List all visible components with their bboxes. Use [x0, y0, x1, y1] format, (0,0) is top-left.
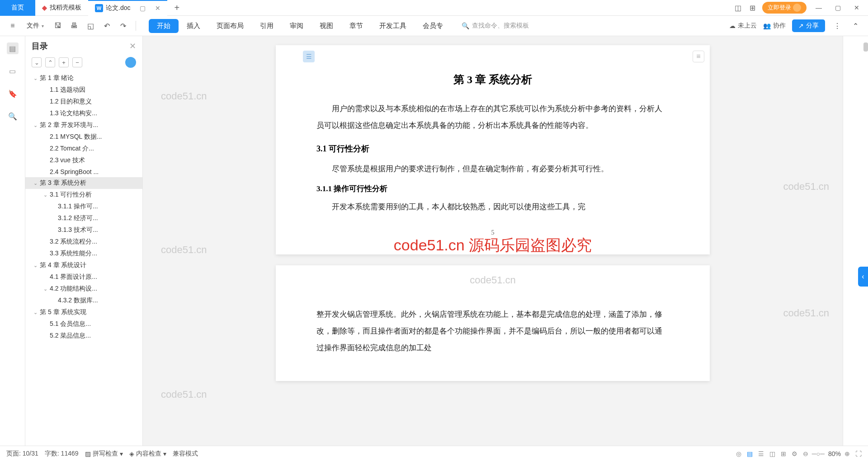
- outline-item[interactable]: 4.1 界面设计原...: [25, 271, 142, 283]
- document-area[interactable]: code51.cn code51.cn code51.cn code51.cn …: [143, 36, 843, 446]
- zoom-out-icon[interactable]: ⊖: [803, 450, 808, 457]
- ribbon-chapter[interactable]: 章节: [341, 19, 371, 33]
- minimize-button[interactable]: —: [812, 3, 826, 13]
- status-content-check[interactable]: ◈ 内容检查 ▾: [129, 450, 166, 458]
- outline-item[interactable]: ⌄第 3 章 系统分析: [25, 177, 142, 189]
- view-tools-icon[interactable]: ⚙: [792, 450, 797, 457]
- outline-item[interactable]: 5.1 会员信息...: [25, 318, 142, 330]
- view-read-icon[interactable]: ◫: [769, 450, 775, 457]
- outline-item[interactable]: 3.1.3 技术可...: [25, 224, 142, 236]
- outline-item[interactable]: ⌄3.1 可行性分析: [25, 189, 142, 201]
- zoom-level[interactable]: 80%: [828, 450, 841, 457]
- ribbon-view[interactable]: 视图: [311, 19, 341, 33]
- divider: [136, 21, 136, 31]
- outline-item[interactable]: 3.3 系统性能分...: [25, 248, 142, 259]
- tab-templates[interactable]: ◆ 找稻壳模板: [35, 0, 88, 16]
- zoom-slider[interactable]: ─○─: [812, 450, 825, 457]
- outline-item[interactable]: 3.1.2 经济可...: [25, 212, 142, 224]
- rail-docs-icon[interactable]: ▭: [7, 65, 19, 77]
- layout-icon[interactable]: ◫: [733, 3, 742, 12]
- ribbon-devtools[interactable]: 开发工具: [371, 19, 415, 33]
- split-icon[interactable]: ▢: [140, 5, 146, 12]
- add-tab-button[interactable]: +: [167, 3, 186, 13]
- avatar-icon: [793, 4, 801, 12]
- side-panel-handle[interactable]: ‹: [858, 267, 868, 287]
- page-5: ☰ ≡ 第 3 章 系统分析 用户的需求以及与本系统相似的在市场上存在的其它系统…: [276, 45, 710, 254]
- view-outline-icon[interactable]: ☰: [758, 450, 764, 457]
- tab-document[interactable]: W 论文.doc ▢ ✕: [88, 0, 167, 16]
- view-page-icon[interactable]: ▤: [747, 450, 753, 457]
- outline-sync-icon[interactable]: [125, 57, 136, 68]
- outline-item[interactable]: 2.3 vue 技术: [25, 155, 142, 166]
- fullscreen-icon[interactable]: ⛶: [855, 450, 862, 457]
- login-button[interactable]: 立即登录: [762, 2, 807, 14]
- outline-item[interactable]: ⌄第 2 章 开发环境与...: [25, 119, 142, 131]
- ribbon-layout[interactable]: 页面布局: [208, 19, 252, 33]
- close-window-button[interactable]: ✕: [850, 3, 863, 13]
- status-words[interactable]: 字数: 11469: [45, 450, 79, 458]
- status-page[interactable]: 页面: 10/31: [6, 450, 38, 458]
- more-icon[interactable]: ⋮: [831, 20, 843, 32]
- outline-item[interactable]: 2.1 MYSQL 数据...: [25, 131, 142, 143]
- outline-item[interactable]: ⌄第 4 章 系统设计: [25, 259, 142, 271]
- cloud-status[interactable]: ☁未上云: [729, 22, 757, 30]
- outline-item[interactable]: 1.3 论文结构安...: [25, 108, 142, 119]
- ribbon-vip[interactable]: 会员专: [415, 19, 451, 33]
- status-spellcheck[interactable]: ▨ 拼写检查 ▾: [85, 450, 123, 458]
- view-web-icon[interactable]: ⊞: [781, 450, 786, 457]
- tab-home[interactable]: 首页: [0, 0, 35, 16]
- preview-icon[interactable]: ◱: [85, 20, 96, 32]
- paragraph: 整开发火锅店管理系统。此外，火锅店管理系统在功能上，基本都是完成信息的处理，涵盖…: [316, 306, 669, 357]
- outline-add[interactable]: +: [59, 57, 69, 67]
- share-button[interactable]: ↗分享: [792, 19, 825, 32]
- page-marker-icon[interactable]: ☰: [303, 51, 315, 62]
- ribbon-insert[interactable]: 插入: [179, 19, 208, 33]
- search-icon: 🔍: [462, 22, 469, 29]
- outline-collapse-all[interactable]: ⌄: [32, 57, 42, 67]
- close-tab-icon[interactable]: ✕: [155, 5, 160, 12]
- page-number: 5: [316, 229, 669, 236]
- ribbon-review[interactable]: 审阅: [282, 19, 311, 33]
- cloud-icon: ☁: [729, 22, 736, 29]
- template-icon: ◆: [42, 4, 47, 11]
- outline-item[interactable]: ⌄第 5 章 系统实现: [25, 306, 142, 318]
- undo-icon[interactable]: ↶: [101, 20, 113, 32]
- redo-icon[interactable]: ↷: [117, 20, 129, 32]
- outline-item[interactable]: ⌄第 1 章 绪论: [25, 72, 142, 84]
- save-icon[interactable]: 🖫: [52, 20, 64, 32]
- eye-icon[interactable]: ◎: [736, 450, 741, 457]
- outline-item[interactable]: 2.4 SpringBoot ...: [25, 166, 142, 177]
- collapse-ribbon-icon[interactable]: ⌃: [849, 20, 861, 32]
- outline-close-icon[interactable]: ✕: [129, 41, 136, 51]
- ribbon-references[interactable]: 引用: [252, 19, 282, 33]
- outline-remove[interactable]: −: [72, 57, 82, 67]
- zoom-in-icon[interactable]: ⊕: [844, 450, 850, 457]
- outline-item[interactable]: 5.2 菜品信息...: [25, 330, 142, 342]
- outline-tree: ⌄第 1 章 绪论1.1 选题动因1.2 目的和意义1.3 论文结构安...⌄第…: [25, 71, 142, 446]
- rail-outline-icon[interactable]: ▤: [7, 42, 19, 54]
- share-icon: ↗: [798, 22, 804, 29]
- doc-icon: W: [95, 4, 103, 12]
- file-menu[interactable]: 文件 ▾: [23, 20, 47, 32]
- scrollbar-handle[interactable]: [863, 42, 868, 52]
- command-search[interactable]: 🔍 查找命令、搜索模板: [462, 22, 726, 30]
- outline-item[interactable]: 1.2 目的和意义: [25, 96, 142, 108]
- hamburger-icon[interactable]: ≡: [7, 20, 19, 32]
- page-menu-icon[interactable]: ≡: [693, 51, 704, 62]
- ribbon-start[interactable]: 开始: [149, 19, 179, 33]
- rail-bookmark-icon[interactable]: 🔖: [7, 88, 19, 99]
- outline-item[interactable]: 3.2 系统流程分...: [25, 236, 142, 248]
- collab-button[interactable]: 👥协作: [763, 22, 786, 30]
- outline-item[interactable]: 1.1 选题动因: [25, 84, 142, 96]
- outline-item[interactable]: ⌄4.2 功能结构设...: [25, 283, 142, 295]
- outline-item[interactable]: 2.2 Tomcat 介...: [25, 143, 142, 155]
- outline-item[interactable]: 3.1.1 操作可...: [25, 201, 142, 212]
- outline-expand-all[interactable]: ⌃: [45, 57, 55, 67]
- maximize-button[interactable]: ▢: [831, 3, 844, 13]
- rail-search-icon[interactable]: 🔍: [7, 110, 19, 122]
- watermark: code51.cn: [783, 181, 829, 193]
- apps-icon[interactable]: ⊞: [748, 3, 757, 12]
- watermark: code51.cn: [783, 307, 829, 319]
- outline-item[interactable]: 4.3.2 数据库...: [25, 295, 142, 306]
- print-icon[interactable]: 🖶: [68, 20, 80, 32]
